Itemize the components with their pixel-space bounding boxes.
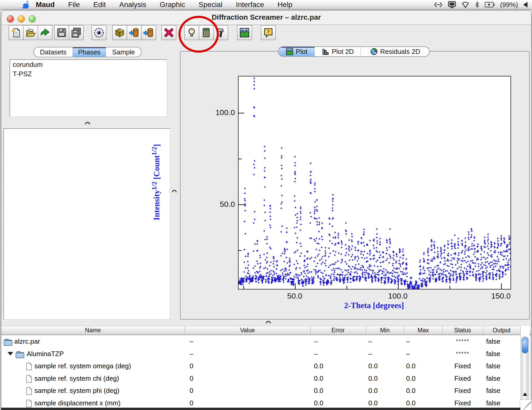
row-max: 0.0	[406, 360, 415, 372]
help-button[interactable]: ?	[261, 25, 276, 40]
table-row[interactable]: alzrc.par––––*****false	[1, 335, 520, 348]
disclosure-triangle[interactable]	[8, 352, 13, 356]
tab-label: Plot 2D	[332, 48, 354, 56]
table-header[interactable]: NameValueErrorMinMaxStatusOutput	[1, 326, 531, 335]
splitter-handle-vertical[interactable]	[172, 189, 177, 194]
table-row[interactable]: sample ref. system chi (deg)00.00.00.0Fi…	[1, 372, 520, 385]
battery-percentage[interactable]: (99%)	[500, 1, 518, 9]
y-tick-label: 100.0	[206, 108, 235, 117]
menu-items: MaudFileEditAnalysisGraphicSpecialInterf…	[29, 0, 299, 9]
calculator-icon	[201, 27, 211, 38]
table-row[interactable]: sample ref. system phi (deg)00.00.00.0Fi…	[1, 384, 520, 397]
track-view-button[interactable]	[91, 25, 106, 40]
column-header-error[interactable]: Error	[310, 326, 366, 335]
row-max: 0.0	[406, 372, 415, 385]
row-value: 0	[190, 372, 193, 385]
column-header-max[interactable]: Max	[404, 326, 442, 335]
package-button[interactable]	[112, 25, 127, 40]
row-min: 0.0	[368, 384, 378, 397]
scroll-up-arrow[interactable]	[523, 393, 527, 396]
table-row[interactable]: sample ref. system omega (deg)00.00.00.0…	[1, 360, 520, 372]
row-value: –	[190, 348, 193, 360]
tools-button[interactable]	[213, 25, 228, 40]
phase-list-item[interactable]: corundum	[10, 60, 167, 69]
plot-view-button[interactable]	[237, 25, 252, 40]
menu-item-maud[interactable]: Maud	[29, 0, 61, 9]
menu-item-interface[interactable]: Interface	[229, 0, 271, 9]
row-min: –	[368, 348, 372, 360]
tab-label: Plot	[296, 48, 307, 56]
dock-edge	[1, 408, 520, 410]
tab-sample[interactable]: Sample	[106, 47, 141, 57]
row-error: 0.0	[314, 372, 323, 385]
database-in-button[interactable]	[127, 25, 142, 40]
export-button[interactable]	[38, 25, 53, 40]
table-row[interactable]: AluminaTZP––––*****false	[1, 348, 520, 360]
row-max: –	[406, 348, 410, 360]
save-button[interactable]	[54, 25, 69, 40]
plot-view-icon	[239, 27, 250, 38]
row-min: 0.0	[368, 360, 378, 372]
menu-item-graphic[interactable]: Graphic	[153, 0, 192, 9]
x-axis-title: 2-Theta [degrees]	[344, 301, 404, 310]
column-separator	[483, 326, 483, 335]
column-header-min[interactable]: Min	[366, 326, 404, 335]
row-max: 0.0	[406, 397, 415, 409]
vertical-scrollbar[interactable]	[520, 326, 529, 410]
phase-list-item[interactable]: T-PSZ	[10, 69, 167, 79]
scrollbar-thumb[interactable]	[522, 337, 528, 353]
splitter-handle-bottom[interactable]	[265, 321, 271, 325]
delete-icon	[164, 27, 174, 38]
row-value: –	[190, 335, 193, 348]
network-status-icon[interactable]	[434, 1, 443, 8]
menu-item-edit[interactable]: Edit	[87, 0, 112, 9]
tab-plot-2d[interactable]: Plot 2D	[315, 47, 361, 56]
save-all-button[interactable]	[69, 25, 84, 40]
airport-icon[interactable]	[461, 1, 470, 8]
column-header-output[interactable]: Output	[483, 326, 520, 335]
delete-button[interactable]	[161, 25, 176, 40]
splitter-handle-left[interactable]	[85, 122, 90, 126]
column-header-value[interactable]: Value	[185, 326, 310, 335]
row-error: 0.0	[314, 397, 323, 409]
table-row[interactable]: sample displacement x (mm)00.00.00.0Fixe…	[1, 397, 520, 409]
open-file-button[interactable]	[23, 25, 38, 40]
battery-icon[interactable]	[485, 2, 495, 8]
lightbulb-button[interactable]	[184, 25, 199, 40]
open-file-icon	[25, 27, 36, 38]
tab-residuals-2d[interactable]: Residuals 2D	[361, 47, 429, 56]
row-value: 0	[190, 397, 193, 409]
phase-list[interactable]: corundumT-PSZ	[10, 59, 167, 117]
column-header-name[interactable]: Name	[1, 326, 185, 335]
row-status: Fixed	[442, 372, 483, 385]
row-name: sample displacement x (mm)	[34, 397, 120, 409]
lightbulb-icon	[186, 27, 197, 38]
column-header-status[interactable]: Status	[442, 326, 483, 335]
tab-datasets[interactable]: Datasets	[34, 47, 73, 57]
left-tab-bar: DatasetsPhasesSample	[33, 47, 142, 57]
menu-item-file[interactable]: File	[61, 0, 87, 9]
calculator-button[interactable]	[199, 25, 214, 40]
new-document-button[interactable]	[9, 25, 24, 40]
title-bar[interactable]: Diffraction Screamer – alzrc.par	[1, 11, 531, 25]
row-name: AluminaTZP	[27, 348, 64, 360]
row-output: false	[486, 397, 500, 409]
menu-item-special[interactable]: Special	[192, 0, 229, 9]
help-icon: ?	[263, 27, 274, 38]
tab-plot[interactable]: Plot	[278, 47, 315, 56]
bluetooth-icon[interactable]	[475, 1, 479, 8]
tab-phases[interactable]: Phases	[73, 47, 106, 57]
column-separator	[442, 326, 443, 335]
apple-menu-icon[interactable]	[22, 1, 29, 9]
menu-item-help[interactable]: Help	[271, 0, 299, 9]
row-value: 0	[190, 360, 193, 372]
menu-item-analysis[interactable]: Analysis	[112, 0, 153, 9]
scrollbar-track[interactable]	[521, 336, 529, 401]
volume-icon[interactable]	[523, 1, 529, 8]
display-icon[interactable]	[448, 1, 456, 8]
row-output: false	[486, 372, 500, 385]
app-window: Diffraction Screamer – alzrc.par ? Datas…	[1, 10, 531, 410]
database-out-button[interactable]	[141, 25, 156, 40]
left-lower-panel[interactable]	[3, 128, 170, 320]
resize-grip[interactable]	[520, 399, 531, 410]
